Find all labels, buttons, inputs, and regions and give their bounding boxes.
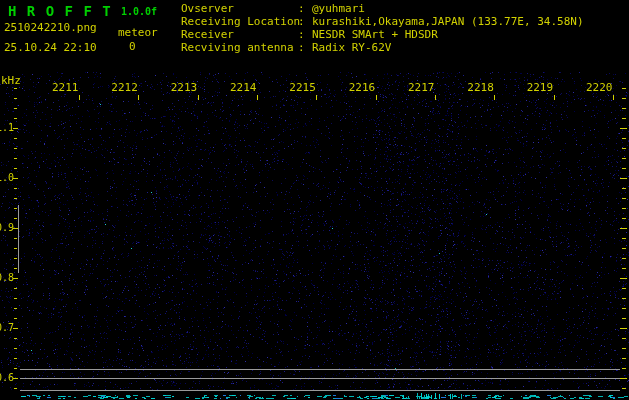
- freq-tick-left: [14, 298, 17, 299]
- meteor-count-value: 0: [129, 40, 136, 53]
- freq-tick-right: [620, 128, 627, 129]
- freq-tick-left: [14, 108, 17, 109]
- freq-tick-left: [14, 388, 17, 389]
- freq-tick-right: [620, 178, 627, 179]
- freq-tick-left: [14, 368, 17, 369]
- freq-tick-left: [14, 148, 17, 149]
- freq-tick-left: [14, 238, 17, 239]
- time-tick: [257, 95, 258, 100]
- freq-tick-right: [622, 368, 626, 369]
- info-label: Receiver: [181, 28, 298, 41]
- freq-tick-right: [622, 188, 626, 189]
- carrier-line-middle: [20, 378, 620, 379]
- freq-tick-right: [622, 248, 626, 249]
- freq-tick-left: [14, 118, 17, 119]
- time-tick: [554, 95, 555, 100]
- freq-tick-right: [622, 318, 626, 319]
- freq-label: 0.7: [0, 322, 14, 333]
- info-row: Receiver:NESDR SMArt + HDSDR: [181, 28, 584, 41]
- time-tick: [316, 95, 317, 100]
- info-label: Recviving antenna: [181, 41, 298, 54]
- freq-tick-left: [13, 178, 18, 179]
- observation-datetime: 25.10.24 22:10: [4, 41, 97, 54]
- freq-tick-right: [622, 208, 626, 209]
- freq-tick-right: [622, 238, 626, 239]
- spectrogram-canvas: [0, 0, 629, 400]
- freq-tick-right: [622, 108, 626, 109]
- info-row: Recviving antenna:Radix RY-62V: [181, 41, 584, 54]
- freq-tick-left: [14, 158, 17, 159]
- freq-tick-right: [622, 138, 626, 139]
- freq-tick-left: [14, 218, 17, 219]
- time-label: 2216: [349, 82, 376, 94]
- freq-tick-left: [14, 198, 17, 199]
- freq-tick-left: [14, 208, 17, 209]
- freq-tick-right: [622, 288, 626, 289]
- freq-tick-right: [622, 158, 626, 159]
- time-label: 2218: [467, 82, 494, 94]
- freq-tick-right: [622, 198, 626, 199]
- info-colon: :: [298, 15, 312, 28]
- freq-tick-right: [622, 98, 626, 99]
- freq-tick-right: [622, 308, 626, 309]
- freq-tick-left: [14, 188, 17, 189]
- freq-tick-left: [14, 358, 17, 359]
- info-value: NESDR SMArt + HDSDR: [312, 28, 438, 41]
- freq-label: 0.9: [0, 222, 14, 233]
- freq-tick-left: [14, 258, 17, 259]
- freq-label: 1.1: [0, 122, 14, 133]
- freq-tick-left: [14, 318, 17, 319]
- time-label: 2215: [289, 82, 316, 94]
- output-filename: 2510242210.png: [4, 21, 97, 34]
- freq-tick-left: [13, 378, 18, 379]
- info-value: @yuhmari: [312, 2, 365, 15]
- freq-label: 1.0: [0, 172, 14, 183]
- freq-tick-right: [620, 278, 627, 279]
- time-tick: [79, 95, 80, 100]
- info-colon: :: [298, 41, 312, 54]
- freq-tick-left: [14, 98, 17, 99]
- carrier-line-lower: [20, 390, 620, 391]
- freq-tick-right: [620, 328, 627, 329]
- info-label: Receiving Location: [181, 15, 298, 28]
- freq-tick-right: [622, 218, 626, 219]
- freq-tick-right: [622, 258, 626, 259]
- freq-tick-right: [622, 338, 626, 339]
- freq-tick-left: [14, 138, 17, 139]
- freq-label: 0.8: [0, 272, 14, 283]
- freq-tick-left: [14, 168, 17, 169]
- time-tick: [376, 95, 377, 100]
- freq-tick-right: [622, 358, 626, 359]
- time-label: 2217: [408, 82, 435, 94]
- freq-tick-right: [622, 118, 626, 119]
- time-label: 2214: [230, 82, 257, 94]
- time-tick: [494, 95, 495, 100]
- info-row: Receiving Location:kurashiki,Okayama,JAP…: [181, 15, 584, 28]
- start-marker-segment: [18, 205, 19, 273]
- time-label: 2219: [527, 82, 554, 94]
- time-tick: [613, 95, 614, 100]
- freq-tick-left: [14, 308, 17, 309]
- freq-axis-unit-label: kHz: [1, 74, 21, 87]
- freq-tick-left: [14, 88, 17, 89]
- freq-tick-right: [622, 298, 626, 299]
- info-value: Radix RY-62V: [312, 41, 391, 54]
- time-tick: [138, 95, 139, 100]
- time-label: 2211: [52, 82, 79, 94]
- freq-tick-right: [622, 168, 626, 169]
- freq-tick-left: [14, 268, 17, 269]
- carrier-line-upper: [20, 369, 620, 370]
- freq-tick-left: [13, 328, 18, 329]
- freq-tick-right: [622, 388, 626, 389]
- time-tick: [198, 95, 199, 100]
- freq-tick-left: [13, 128, 18, 129]
- freq-tick-right: [620, 228, 627, 229]
- freq-tick-left: [13, 278, 18, 279]
- info-label: Ovserver: [181, 2, 298, 15]
- info-row: Ovserver:@yuhmari: [181, 2, 584, 15]
- info-colon: :: [298, 2, 312, 15]
- freq-tick-left: [14, 338, 17, 339]
- time-label: 2220: [586, 82, 613, 94]
- app-title: H R O F F T: [8, 3, 112, 19]
- freq-tick-right: [622, 348, 626, 349]
